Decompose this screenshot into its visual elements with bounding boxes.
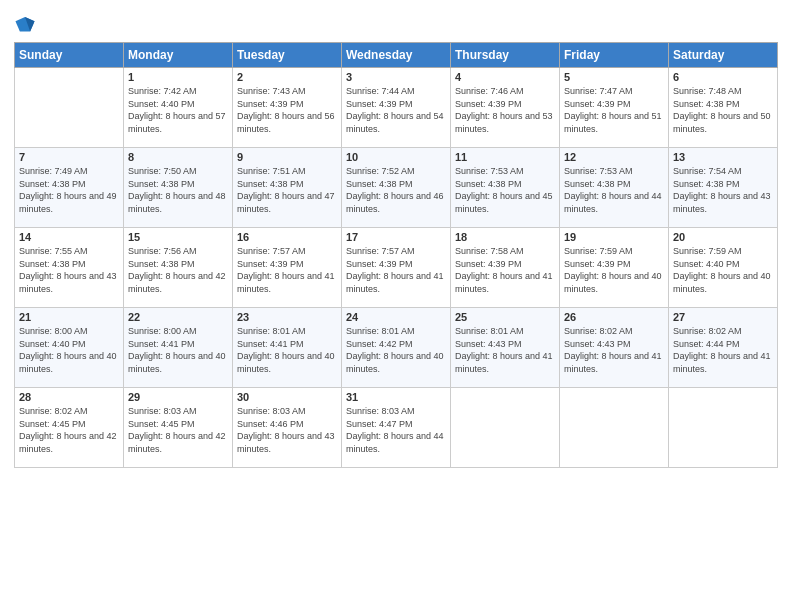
day-cell: [451, 388, 560, 468]
day-cell: 16Sunrise: 7:57 AMSunset: 4:39 PMDayligh…: [233, 228, 342, 308]
day-cell: 19Sunrise: 7:59 AMSunset: 4:39 PMDayligh…: [560, 228, 669, 308]
day-info: Sunrise: 7:57 AMSunset: 4:39 PMDaylight:…: [237, 245, 337, 295]
day-number: 11: [455, 151, 555, 163]
day-info: Sunrise: 8:03 AMSunset: 4:45 PMDaylight:…: [128, 405, 228, 455]
day-number: 14: [19, 231, 119, 243]
day-number: 24: [346, 311, 446, 323]
day-number: 30: [237, 391, 337, 403]
day-cell: 25Sunrise: 8:01 AMSunset: 4:43 PMDayligh…: [451, 308, 560, 388]
day-number: 29: [128, 391, 228, 403]
day-cell: 31Sunrise: 8:03 AMSunset: 4:47 PMDayligh…: [342, 388, 451, 468]
day-info: Sunrise: 7:55 AMSunset: 4:38 PMDaylight:…: [19, 245, 119, 295]
day-cell: 3Sunrise: 7:44 AMSunset: 4:39 PMDaylight…: [342, 68, 451, 148]
week-row-2: 14Sunrise: 7:55 AMSunset: 4:38 PMDayligh…: [15, 228, 778, 308]
day-cell: 18Sunrise: 7:58 AMSunset: 4:39 PMDayligh…: [451, 228, 560, 308]
day-cell: 13Sunrise: 7:54 AMSunset: 4:38 PMDayligh…: [669, 148, 778, 228]
day-number: 12: [564, 151, 664, 163]
day-cell: 23Sunrise: 8:01 AMSunset: 4:41 PMDayligh…: [233, 308, 342, 388]
day-info: Sunrise: 8:03 AMSunset: 4:47 PMDaylight:…: [346, 405, 446, 455]
day-number: 31: [346, 391, 446, 403]
day-number: 5: [564, 71, 664, 83]
day-info: Sunrise: 7:53 AMSunset: 4:38 PMDaylight:…: [564, 165, 664, 215]
day-cell: 22Sunrise: 8:00 AMSunset: 4:41 PMDayligh…: [124, 308, 233, 388]
weekday-header-thursday: Thursday: [451, 43, 560, 68]
day-cell: 20Sunrise: 7:59 AMSunset: 4:40 PMDayligh…: [669, 228, 778, 308]
day-info: Sunrise: 8:02 AMSunset: 4:44 PMDaylight:…: [673, 325, 773, 375]
day-number: 18: [455, 231, 555, 243]
day-info: Sunrise: 7:52 AMSunset: 4:38 PMDaylight:…: [346, 165, 446, 215]
day-info: Sunrise: 8:00 AMSunset: 4:40 PMDaylight:…: [19, 325, 119, 375]
day-number: 25: [455, 311, 555, 323]
day-cell: 2Sunrise: 7:43 AMSunset: 4:39 PMDaylight…: [233, 68, 342, 148]
day-cell: 5Sunrise: 7:47 AMSunset: 4:39 PMDaylight…: [560, 68, 669, 148]
day-number: 6: [673, 71, 773, 83]
day-number: 16: [237, 231, 337, 243]
day-cell: 7Sunrise: 7:49 AMSunset: 4:38 PMDaylight…: [15, 148, 124, 228]
day-info: Sunrise: 7:42 AMSunset: 4:40 PMDaylight:…: [128, 85, 228, 135]
day-info: Sunrise: 8:00 AMSunset: 4:41 PMDaylight:…: [128, 325, 228, 375]
day-number: 10: [346, 151, 446, 163]
day-number: 9: [237, 151, 337, 163]
weekday-header-row: SundayMondayTuesdayWednesdayThursdayFrid…: [15, 43, 778, 68]
day-number: 15: [128, 231, 228, 243]
day-info: Sunrise: 7:51 AMSunset: 4:38 PMDaylight:…: [237, 165, 337, 215]
day-cell: 27Sunrise: 8:02 AMSunset: 4:44 PMDayligh…: [669, 308, 778, 388]
day-cell: 24Sunrise: 8:01 AMSunset: 4:42 PMDayligh…: [342, 308, 451, 388]
day-number: 17: [346, 231, 446, 243]
day-cell: 17Sunrise: 7:57 AMSunset: 4:39 PMDayligh…: [342, 228, 451, 308]
day-cell: 9Sunrise: 7:51 AMSunset: 4:38 PMDaylight…: [233, 148, 342, 228]
day-cell: 21Sunrise: 8:00 AMSunset: 4:40 PMDayligh…: [15, 308, 124, 388]
day-info: Sunrise: 7:48 AMSunset: 4:38 PMDaylight:…: [673, 85, 773, 135]
day-info: Sunrise: 7:54 AMSunset: 4:38 PMDaylight:…: [673, 165, 773, 215]
weekday-header-tuesday: Tuesday: [233, 43, 342, 68]
day-info: Sunrise: 8:02 AMSunset: 4:43 PMDaylight:…: [564, 325, 664, 375]
day-cell: [669, 388, 778, 468]
day-cell: 15Sunrise: 7:56 AMSunset: 4:38 PMDayligh…: [124, 228, 233, 308]
day-cell: 14Sunrise: 7:55 AMSunset: 4:38 PMDayligh…: [15, 228, 124, 308]
day-number: 22: [128, 311, 228, 323]
day-info: Sunrise: 7:44 AMSunset: 4:39 PMDaylight:…: [346, 85, 446, 135]
logo-icon: [14, 14, 36, 36]
day-number: 19: [564, 231, 664, 243]
day-cell: 30Sunrise: 8:03 AMSunset: 4:46 PMDayligh…: [233, 388, 342, 468]
day-info: Sunrise: 7:43 AMSunset: 4:39 PMDaylight:…: [237, 85, 337, 135]
day-info: Sunrise: 7:59 AMSunset: 4:40 PMDaylight:…: [673, 245, 773, 295]
header: [14, 10, 778, 36]
day-cell: 28Sunrise: 8:02 AMSunset: 4:45 PMDayligh…: [15, 388, 124, 468]
day-cell: 29Sunrise: 8:03 AMSunset: 4:45 PMDayligh…: [124, 388, 233, 468]
weekday-header-sunday: Sunday: [15, 43, 124, 68]
day-cell: [15, 68, 124, 148]
day-info: Sunrise: 7:46 AMSunset: 4:39 PMDaylight:…: [455, 85, 555, 135]
page: SundayMondayTuesdayWednesdayThursdayFrid…: [0, 0, 792, 612]
day-cell: 10Sunrise: 7:52 AMSunset: 4:38 PMDayligh…: [342, 148, 451, 228]
day-info: Sunrise: 8:01 AMSunset: 4:41 PMDaylight:…: [237, 325, 337, 375]
weekday-header-wednesday: Wednesday: [342, 43, 451, 68]
week-row-1: 7Sunrise: 7:49 AMSunset: 4:38 PMDaylight…: [15, 148, 778, 228]
day-info: Sunrise: 8:01 AMSunset: 4:42 PMDaylight:…: [346, 325, 446, 375]
day-cell: [560, 388, 669, 468]
day-number: 7: [19, 151, 119, 163]
day-number: 3: [346, 71, 446, 83]
day-number: 28: [19, 391, 119, 403]
day-info: Sunrise: 7:49 AMSunset: 4:38 PMDaylight:…: [19, 165, 119, 215]
day-info: Sunrise: 7:53 AMSunset: 4:38 PMDaylight:…: [455, 165, 555, 215]
weekday-header-monday: Monday: [124, 43, 233, 68]
day-cell: 6Sunrise: 7:48 AMSunset: 4:38 PMDaylight…: [669, 68, 778, 148]
day-number: 13: [673, 151, 773, 163]
day-cell: 1Sunrise: 7:42 AMSunset: 4:40 PMDaylight…: [124, 68, 233, 148]
day-info: Sunrise: 7:57 AMSunset: 4:39 PMDaylight:…: [346, 245, 446, 295]
day-info: Sunrise: 8:02 AMSunset: 4:45 PMDaylight:…: [19, 405, 119, 455]
day-cell: 4Sunrise: 7:46 AMSunset: 4:39 PMDaylight…: [451, 68, 560, 148]
day-cell: 8Sunrise: 7:50 AMSunset: 4:38 PMDaylight…: [124, 148, 233, 228]
day-number: 27: [673, 311, 773, 323]
day-number: 4: [455, 71, 555, 83]
week-row-4: 28Sunrise: 8:02 AMSunset: 4:45 PMDayligh…: [15, 388, 778, 468]
day-info: Sunrise: 7:56 AMSunset: 4:38 PMDaylight:…: [128, 245, 228, 295]
week-row-3: 21Sunrise: 8:00 AMSunset: 4:40 PMDayligh…: [15, 308, 778, 388]
day-number: 2: [237, 71, 337, 83]
day-info: Sunrise: 8:03 AMSunset: 4:46 PMDaylight:…: [237, 405, 337, 455]
day-info: Sunrise: 7:59 AMSunset: 4:39 PMDaylight:…: [564, 245, 664, 295]
day-info: Sunrise: 7:50 AMSunset: 4:38 PMDaylight:…: [128, 165, 228, 215]
calendar-table: SundayMondayTuesdayWednesdayThursdayFrid…: [14, 42, 778, 468]
day-cell: 26Sunrise: 8:02 AMSunset: 4:43 PMDayligh…: [560, 308, 669, 388]
